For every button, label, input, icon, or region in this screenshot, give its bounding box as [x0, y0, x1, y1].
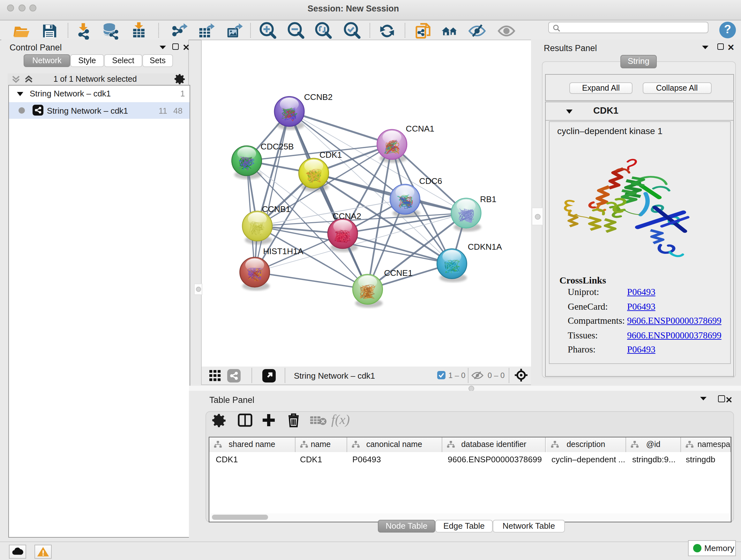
- svg-text:CDC25B: CDC25B: [260, 142, 293, 151]
- svg-text:CDKN1A: CDKN1A: [468, 242, 502, 252]
- svg-text:RB1: RB1: [480, 194, 496, 204]
- svg-text:CCNB2: CCNB2: [304, 92, 332, 102]
- svg-text:CCNB1: CCNB1: [262, 204, 290, 214]
- svg-text:CCNA2: CCNA2: [332, 211, 360, 221]
- svg-text:CCNE1: CCNE1: [384, 268, 412, 278]
- svg-text:HIST1H1A: HIST1H1A: [263, 246, 303, 256]
- svg-text:CDC6: CDC6: [419, 176, 442, 186]
- svg-text:CDK1: CDK1: [319, 150, 341, 160]
- svg-text:CCNA1: CCNA1: [406, 124, 434, 133]
